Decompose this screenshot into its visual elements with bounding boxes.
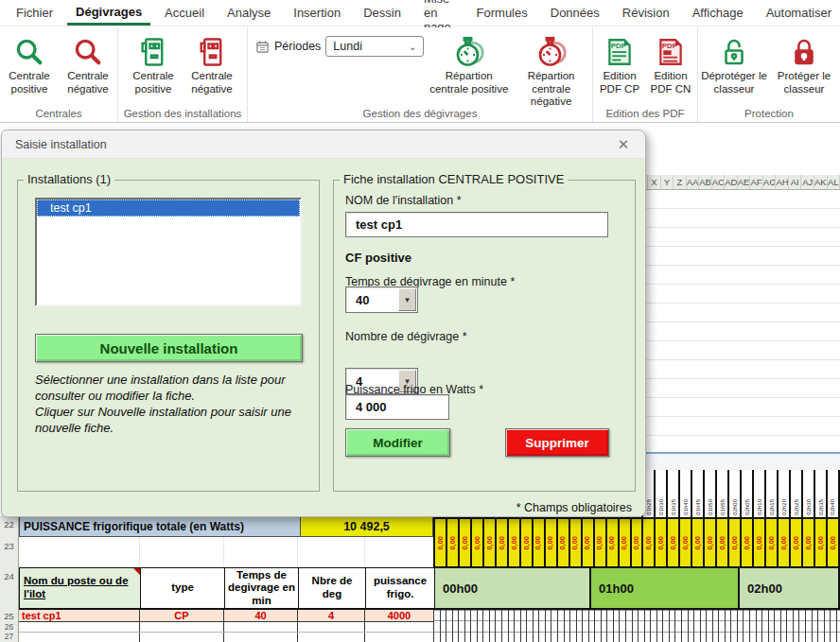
tab-formules[interactable]: Formules [468,0,536,26]
table-header-cell[interactable]: type [141,568,225,608]
tab-dégivrages[interactable]: Dégivrages [67,0,150,26]
time-value-cell[interactable]: 0,00 [826,519,840,566]
time-value-cell[interactable]: 0,00 [777,519,789,566]
list-item-selected[interactable]: test cp1 [37,200,300,217]
column-header-AJ[interactable]: AJ [801,175,814,189]
column-header-AH[interactable]: AH [776,175,789,189]
centrale-negative-view-button[interactable]: Centrale négative [60,32,116,97]
row-number-22[interactable]: 22 [0,515,18,537]
repartition-centrale-negative-button[interactable]: Répartion centrale négative [510,32,592,111]
puissance-totale-cell[interactable]: PUISSANCE frigorifique totale (en Watts) [19,516,301,537]
tab-révision[interactable]: Révision [614,0,678,26]
time-label-cell[interactable]: 01h35 [666,470,678,517]
time-value-cell[interactable]: 0,00 [801,519,814,566]
tab-insertion[interactable]: Insertion [285,0,349,26]
time-value-cell[interactable]: 0,00 [495,519,507,566]
time-value-cell[interactable]: 0,00 [814,519,826,566]
puissance-input[interactable]: 4 000 [345,394,449,420]
tab-automatiser[interactable]: Automatiser [758,0,840,26]
time-value-cell[interactable]: 0,00 [446,519,458,566]
column-header-AC[interactable]: AC [712,175,726,189]
time-value-cell[interactable]: 0,00 [740,519,752,566]
time-label-cell[interactable]: 02h00 [727,470,740,517]
time-label-cell[interactable]: 02h30 [801,470,814,517]
periodes-select[interactable]: Lundi ⌄ [325,36,424,57]
gestion-centrale-positive-button[interactable]: Centrale positive [125,32,182,97]
column-header-AA[interactable]: AA [687,175,700,189]
time-value-cell[interactable]: 0,00 [789,519,801,566]
column-header-AB[interactable]: AB [699,175,712,189]
time-value-cell[interactable]: 0,00 [678,519,691,566]
time-value-cell[interactable]: 0,00 [666,519,678,566]
time-value-cell[interactable]: 0,00 [507,519,519,566]
column-header-AF[interactable]: AF [750,175,763,189]
column-header-AE[interactable]: AE [738,175,751,189]
time-value-cell[interactable]: 0,00 [727,519,740,566]
time-value-cell[interactable]: 0,00 [654,519,666,566]
table-header-cell[interactable]: Temps de degivrage en min [225,568,299,608]
time-label-cell[interactable]: 02h40 [826,470,840,517]
tab-analyse[interactable]: Analyse [219,0,279,26]
row-number-25[interactable]: 25 [0,610,18,622]
close-icon[interactable]: ✕ [613,136,634,153]
tab-données[interactable]: Données [542,0,608,26]
table-cell[interactable]: 4 [298,610,365,621]
table-cell[interactable]: 40 [224,610,298,621]
tab-accueil[interactable]: Accueil [156,0,213,26]
time-value-cell[interactable]: 0,00 [641,519,654,566]
time-value-cell[interactable]: 0,00 [433,519,446,566]
repartition-centrale-positive-button[interactable]: Répartion centrale positive [428,32,510,97]
time-label-cell[interactable]: 02h25 [789,470,801,517]
edition-pdf-cn-button[interactable]: PDF Edition PDF CN [646,32,695,97]
time-value-cell[interactable]: 0,00 [752,519,764,566]
time-value-cell[interactable]: 0,00 [470,519,482,566]
time-value-cell[interactable]: 0,00 [630,519,642,566]
column-header-Z[interactable]: Z [674,175,687,189]
column-header-AD[interactable]: AD [725,175,738,189]
column-header-AI[interactable]: AI [789,175,802,189]
row-number-27[interactable]: 27 [0,632,18,642]
time-label-cell[interactable]: 02h20 [777,470,789,517]
table-header-cell[interactable]: Nom du poste ou de l'ilot [20,568,141,608]
tab-mise-en-page[interactable]: Mise en page [415,0,463,26]
row-number-23[interactable]: 23 [0,537,18,567]
nouvelle-installation-button[interactable]: Nouvelle installation [35,334,303,362]
edition-pdf-cp-button[interactable]: PDF Edition PDF CP [595,32,644,97]
table-cell[interactable]: test cp1 [19,610,140,621]
column-header-AL[interactable]: AL [828,175,840,189]
column-header-AG[interactable]: AG [763,175,777,189]
time-value-cell[interactable]: 0,00 [482,519,495,566]
time-value-cell[interactable]: 0,00 [691,519,703,566]
time-value-cell[interactable]: 0,00 [569,519,581,566]
modifier-button[interactable]: Modifier [345,428,450,457]
gestion-centrale-negative-button[interactable]: Centrale négative [184,32,240,97]
supprimer-button[interactable]: Supprimer [505,428,609,457]
time-value-cell[interactable]: 0,00 [764,519,777,566]
time-value-cell[interactable]: 0,00 [458,519,470,566]
time-label-cell[interactable]: 02h10 [752,470,764,517]
time-label-cell[interactable]: 01h45 [691,470,703,517]
tab-dessin[interactable]: Dessin [355,0,410,26]
time-value-cell[interactable]: 0,00 [544,519,556,566]
time-value-cell[interactable]: 0,00 [519,519,532,566]
time-value-cell[interactable]: 0,00 [532,519,544,566]
time-label-cell[interactable]: 01h40 [678,470,691,517]
table-header-cell[interactable]: Nbre de deg [299,568,366,608]
column-header-X[interactable]: X [648,175,661,189]
time-label-cell[interactable]: 01h50 [703,470,715,517]
puissance-totale-value-cell[interactable]: 10 492,5 [301,516,433,537]
row-number-24[interactable]: 24 [0,567,18,610]
time-value-cell[interactable]: 0,00 [581,519,593,566]
time-value-cell[interactable]: 0,00 [703,519,715,566]
installations-listbox[interactable]: test cp1 [35,198,302,306]
hour-header-02h00[interactable]: 02h00 [740,568,840,608]
table-cell[interactable]: 4000 [365,610,433,621]
time-label-cell[interactable]: 02h05 [740,470,752,517]
proteger-classeur-button[interactable]: Protéger le classeur [770,32,838,97]
column-header-Y[interactable]: Y [661,175,674,189]
centrale-positive-view-button[interactable]: Centrale positive [1,32,58,97]
deproteger-classeur-button[interactable]: Déprotéger le classeur [700,32,768,97]
row-number-26[interactable]: 26 [0,622,18,632]
dropdown-arrow-icon[interactable]: ▼ [398,288,416,311]
hour-header-00h00[interactable]: 00h00 [433,568,591,608]
